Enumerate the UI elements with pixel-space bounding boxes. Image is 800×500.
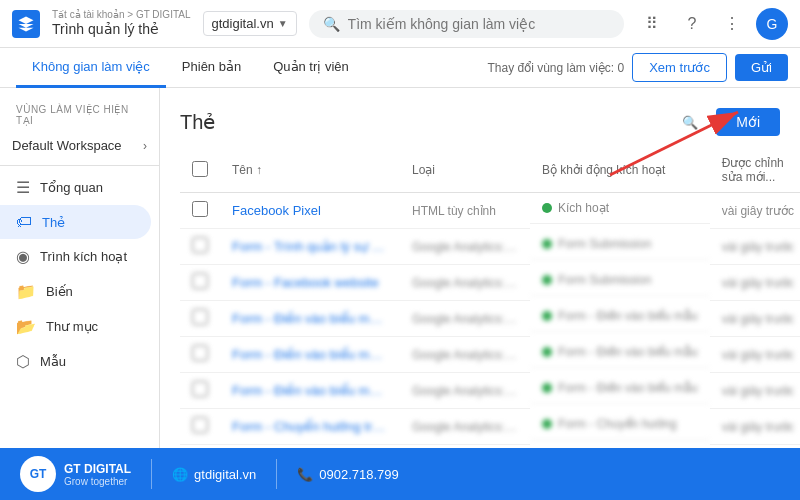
sidebar-item-overview[interactable]: ☰ Tổng quan — [0, 170, 151, 205]
templates-icon: ⬡ — [16, 352, 30, 371]
tab-versions[interactable]: Phiên bản — [166, 48, 257, 88]
status-dot — [542, 383, 552, 393]
status-dot — [542, 419, 552, 429]
tag-name[interactable]: Form - Facebook website — [220, 265, 400, 301]
apps-icon[interactable]: ⠿ — [636, 8, 668, 40]
tag-trigger: Form - Chuyển hướng — [530, 409, 710, 440]
tag-modified: vài giây trước — [710, 409, 800, 445]
overview-icon: ☰ — [16, 178, 30, 197]
tag-name[interactable]: Facebook Pixel — [220, 193, 400, 229]
nav-right: Thay đổi vùng làm việc: 0 Xem trước Gửi — [487, 53, 800, 82]
header-icons: ⠿ ? ⋮ G — [636, 8, 788, 40]
footer-brand-name: GT DIGITAL — [64, 462, 131, 476]
trigger-text: Form Submission — [558, 273, 651, 287]
tag-trigger: Form Submission — [530, 229, 710, 260]
tag-modified: vài giây trước — [710, 193, 800, 229]
search-input[interactable] — [348, 16, 610, 32]
tags-table-wrap: Tên ↑ Loại Bộ khởi động kích hoạt Được c… — [160, 148, 800, 445]
tab-admin[interactable]: Quản trị viên — [257, 48, 365, 88]
col-modified[interactable]: Được chỉnh sửa mới... — [710, 148, 800, 193]
trigger-text: Form - Chuyển hướng — [558, 417, 677, 431]
new-tag-button[interactable]: Mới — [716, 108, 780, 136]
triggers-icon: ◉ — [16, 247, 30, 266]
tag-name[interactable]: Form - Điền vào biểu mẫu điều - điều — [220, 337, 400, 373]
workspace-change-count: Thay đổi vùng làm việc: 0 — [487, 61, 624, 75]
footer-divider — [151, 459, 152, 489]
main-layout: VÙNG LÀM VIỆC HIỆN TẠI Default Workspace… — [0, 88, 800, 448]
trigger-text: Form Submission — [558, 237, 651, 251]
tab-workspace[interactable]: Không gian làm việc — [16, 48, 166, 88]
tag-trigger: Form - Điền vào biểu mẫu — [530, 373, 710, 404]
workspace-selector[interactable]: Default Workspace › — [0, 130, 159, 161]
sidebar-item-tags[interactable]: 🏷 Thẻ — [0, 205, 151, 239]
app-logo — [12, 10, 40, 38]
search-bar: 🔍 — [309, 10, 624, 38]
col-trigger[interactable]: Bộ khởi động kích hoạt — [530, 148, 710, 193]
tag-type: Google Analytics: GA4 - Sự kiện — [400, 373, 530, 409]
footer-divider-2 — [276, 459, 277, 489]
row-checkbox[interactable] — [192, 381, 208, 397]
tag-name[interactable]: Form - Điền vào biểu mẫu điều - điều — [220, 373, 400, 409]
tag-type: Google Analytics: GA4 - Sự kiện — [400, 265, 530, 301]
tag-type: Google Analytics: GA4 - Sự kiện — [400, 409, 530, 445]
trigger-text: Kích hoạt — [558, 201, 609, 215]
tag-name[interactable]: Form - Trình quản lý sự kiện — [220, 229, 400, 265]
sidebar-item-templates[interactable]: ⬡ Mẫu — [0, 344, 151, 379]
account-selector[interactable]: gtdigital.vn ▼ — [203, 11, 297, 36]
row-checkbox[interactable] — [192, 273, 208, 289]
tag-modified: vài giây trước — [710, 337, 800, 373]
workspace-section-label: VÙNG LÀM VIỆC HIỆN TẠI — [0, 96, 159, 130]
table-row: Form - Chuyển hướng trang - điều Google … — [180, 409, 800, 445]
header: Tất cả tài khoản > GT DIGITAL Trình quản… — [0, 0, 800, 48]
send-button[interactable]: Gửi — [735, 54, 788, 81]
table-row: Form - Điền vào biểu mẫu điều - điều Goo… — [180, 301, 800, 337]
footer-logo-icon: GT — [20, 456, 56, 492]
col-name[interactable]: Tên ↑ — [220, 148, 400, 193]
status-dot — [542, 347, 552, 357]
phone-icon: 📞 — [297, 467, 313, 482]
trigger-text: Form - Điền vào biểu mẫu — [558, 345, 698, 359]
footer: GT GT DIGITAL Grow together 🌐 gtdigital.… — [0, 448, 800, 500]
tags-icon: 🏷 — [16, 213, 32, 231]
select-all-checkbox[interactable] — [192, 161, 208, 177]
tag-trigger: Form - Điền vào biểu mẫu — [530, 301, 710, 332]
status-dot — [542, 239, 552, 249]
status-dot — [542, 275, 552, 285]
col-type[interactable]: Loại — [400, 148, 530, 193]
sidebar-item-folders[interactable]: 📂 Thư mục — [0, 309, 151, 344]
sidebar-item-variables[interactable]: 📁 Biến — [0, 274, 151, 309]
more-icon[interactable]: ⋮ — [716, 8, 748, 40]
row-checkbox[interactable] — [192, 237, 208, 253]
table-row: Form - Facebook website Google Analytics… — [180, 265, 800, 301]
preview-button[interactable]: Xem trước — [632, 53, 727, 82]
tag-modified: vài giây trước — [710, 265, 800, 301]
tag-type: Google Analytics: GA4 - Sự kiện — [400, 337, 530, 373]
row-checkbox[interactable] — [192, 345, 208, 361]
tag-type: Google Analytics: GA4 - Sự kiện — [400, 229, 530, 265]
row-checkbox[interactable] — [192, 201, 208, 217]
variables-icon: 📁 — [16, 282, 36, 301]
table-row: Form - Điền vào biểu mẫu điều - điều Goo… — [180, 373, 800, 409]
tag-trigger: Form Submission — [530, 265, 710, 296]
table-header-row: Tên ↑ Loại Bộ khởi động kích hoạt Được c… — [180, 148, 800, 193]
row-checkbox[interactable] — [192, 309, 208, 325]
tag-name[interactable]: Form - Điền vào biểu mẫu điều - điều — [220, 301, 400, 337]
globe-icon: 🌐 — [172, 467, 188, 482]
content-title: Thẻ — [180, 110, 215, 134]
content-area: Thẻ 🔍 Mới Tên ↑ Loại Bộ khởi động kích h… — [160, 88, 800, 448]
search-icon: 🔍 — [323, 16, 340, 32]
page-title: Trình quản lý thẻ — [52, 21, 191, 38]
tag-trigger: Form - Điền vào biểu mẫu — [530, 337, 710, 368]
table-search-icon[interactable]: 🔍 — [672, 104, 708, 140]
chevron-right-icon: › — [143, 139, 147, 153]
nav-tabs-bar: Không gian làm việc Phiên bản Quản trị v… — [0, 48, 800, 88]
avatar[interactable]: G — [756, 8, 788, 40]
row-checkbox[interactable] — [192, 417, 208, 433]
tag-name[interactable]: Form - Chuyển hướng trang - điều — [220, 409, 400, 445]
tag-type: Google Analytics: GA4 - Sự kiện — [400, 301, 530, 337]
folders-icon: 📂 — [16, 317, 36, 336]
sidebar-item-triggers[interactable]: ◉ Trình kích hoạt — [0, 239, 151, 274]
tags-table: Tên ↑ Loại Bộ khởi động kích hoạt Được c… — [180, 148, 800, 445]
help-icon[interactable]: ? — [676, 8, 708, 40]
footer-website: 🌐 gtdigital.vn — [172, 467, 256, 482]
